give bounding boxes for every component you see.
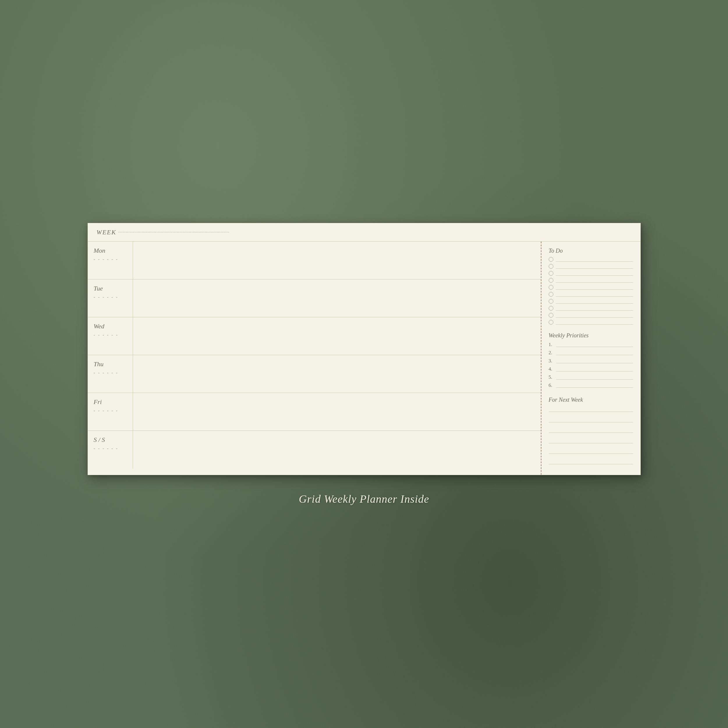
- day-content-wed: [133, 317, 541, 355]
- todo-line-9: [556, 313, 633, 318]
- day-name-tue: Tue: [94, 284, 127, 292]
- day-dashes-thu: - - - - - -: [94, 370, 127, 376]
- next-week-line-4: [549, 437, 633, 444]
- todo-circle-9: [549, 313, 554, 318]
- day-content-thu: [133, 355, 541, 393]
- day-row-wed: Wed - - - - - -: [88, 317, 541, 355]
- next-week-title: For Next Week: [549, 396, 633, 403]
- todo-line-7: [556, 299, 633, 304]
- day-row-fri: Fri - - - - - -: [88, 393, 541, 431]
- todo-item-10: [549, 320, 633, 324]
- day-name-ss: S / S: [94, 436, 127, 444]
- next-week-line-5: [549, 448, 633, 454]
- todo-circle-1: [549, 257, 554, 262]
- next-week-line-3: [549, 427, 633, 433]
- week-label: WEEK: [96, 228, 116, 236]
- todo-item-7: [549, 299, 633, 304]
- todo-item-5: [549, 285, 633, 290]
- day-label-ss: S / S - - - - - -: [88, 431, 133, 469]
- priority-line-3: [556, 359, 633, 363]
- day-content-fri: [133, 393, 541, 431]
- todo-circle-7: [549, 299, 554, 304]
- priority-number-5: 5.: [549, 374, 555, 380]
- schedule-area: Mon - - - - - - Tue - - - - - - Wed: [88, 242, 541, 475]
- priority-line-1: [556, 342, 633, 347]
- day-name-wed: Wed: [94, 323, 127, 330]
- todo-line-5: [556, 285, 633, 290]
- day-label-tue: Tue - - - - - -: [88, 280, 133, 317]
- planner-wrapper: WEEK Mon - - - - - - Tue: [88, 223, 641, 505]
- todo-circle-6: [549, 292, 554, 297]
- header-row: WEEK: [88, 223, 640, 242]
- priority-number-4: 4.: [549, 366, 555, 372]
- todo-line-1: [556, 257, 633, 262]
- next-week-line-6: [549, 459, 633, 464]
- todo-circle-4: [549, 278, 554, 283]
- next-week-section: For Next Week: [549, 396, 633, 469]
- day-dashes-ss: - - - - - -: [94, 446, 127, 451]
- day-content-tue: [133, 280, 541, 317]
- day-row-mon: Mon - - - - - -: [88, 242, 541, 280]
- todo-circle-2: [549, 264, 554, 269]
- todo-circle-8: [549, 306, 554, 310]
- page-caption: Grid Weekly Planner Inside: [299, 492, 429, 505]
- day-row-ss: S / S - - - - - -: [88, 431, 541, 469]
- todo-line-8: [556, 306, 633, 310]
- day-dashes-wed: - - - - - -: [94, 332, 127, 338]
- todo-item-8: [549, 306, 633, 310]
- priority-item-3: 3.: [549, 358, 633, 364]
- priority-item-6: 6.: [549, 382, 633, 388]
- day-row-tue: Tue - - - - - -: [88, 280, 541, 317]
- priority-number-2: 2.: [549, 350, 555, 356]
- todo-item-4: [549, 278, 633, 283]
- priority-number-3: 3.: [549, 358, 555, 364]
- day-name-fri: Fri: [94, 398, 127, 406]
- todo-item-3: [549, 271, 633, 276]
- day-dashes-tue: - - - - - -: [94, 295, 127, 300]
- priority-item-4: 4.: [549, 366, 633, 372]
- day-label-thu: Thu - - - - - -: [88, 355, 133, 393]
- day-dashes-fri: - - - - - -: [94, 408, 127, 413]
- todo-line-10: [556, 320, 633, 324]
- todo-title: To Do: [549, 248, 633, 254]
- todo-item-2: [549, 264, 633, 269]
- todo-item-6: [549, 292, 633, 297]
- todo-circle-10: [549, 320, 554, 324]
- priority-item-1: 1.: [549, 342, 633, 347]
- priority-number-6: 6.: [549, 382, 555, 388]
- todo-section: To Do: [549, 248, 633, 327]
- todo-line-2: [556, 264, 633, 269]
- day-row-thu: Thu - - - - - -: [88, 355, 541, 393]
- priority-item-5: 5.: [549, 374, 633, 380]
- right-sidebar: To Do: [541, 242, 640, 475]
- day-content-mon: [133, 242, 541, 279]
- todo-line-4: [556, 278, 633, 283]
- day-dashes-mon: - - - - - -: [94, 257, 127, 262]
- priority-item-2: 2.: [549, 350, 633, 356]
- todo-circle-5: [549, 285, 554, 290]
- next-week-line-1: [549, 406, 633, 412]
- priority-number-1: 1.: [549, 342, 555, 347]
- day-content-ss: [133, 431, 541, 469]
- priorities-title: Weekly Priorities: [549, 332, 633, 339]
- day-label-fri: Fri - - - - - -: [88, 393, 133, 431]
- priority-line-2: [556, 350, 633, 355]
- todo-line-6: [556, 292, 633, 297]
- next-week-line-2: [549, 416, 633, 422]
- main-content: Mon - - - - - - Tue - - - - - - Wed: [88, 242, 640, 475]
- planner-page: WEEK Mon - - - - - - Tue: [88, 223, 641, 475]
- todo-line-3: [556, 271, 633, 276]
- priority-line-6: [556, 383, 633, 388]
- todo-circle-3: [549, 271, 554, 276]
- day-name-mon: Mon: [94, 247, 127, 254]
- priorities-section: Weekly Priorities 1. 2. 3. 4.: [549, 332, 633, 391]
- priority-line-5: [556, 375, 633, 379]
- day-label-mon: Mon - - - - - -: [88, 242, 133, 279]
- todo-item-9: [549, 313, 633, 318]
- day-label-wed: Wed - - - - - -: [88, 317, 133, 355]
- todo-item-1: [549, 257, 633, 262]
- priority-line-4: [556, 367, 633, 372]
- day-name-thu: Thu: [94, 360, 127, 368]
